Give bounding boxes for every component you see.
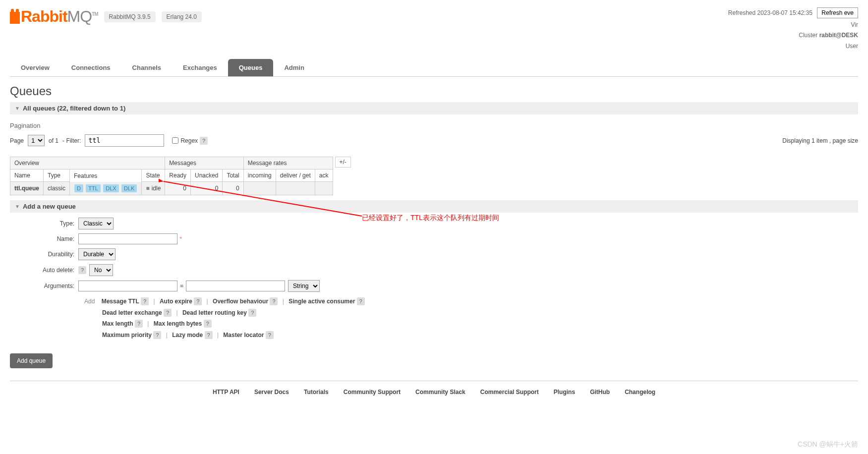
auto-delete-select[interactable]: No — [89, 264, 113, 276]
helper-dlk[interactable]: Dead letter routing key — [182, 309, 247, 316]
footer-plugins[interactable]: Plugins — [554, 389, 575, 396]
feature-dlx: DLX — [103, 184, 118, 192]
logo-area: RabbitMQTM RabbitMQ 3.9.5 Erlang 24.0 — [10, 7, 202, 26]
arguments-label: Arguments: — [20, 283, 74, 289]
helper-single-active[interactable]: Single active consumer — [289, 298, 355, 305]
helper-max-length[interactable]: Max length — [102, 320, 133, 327]
cluster-label: Cluster — [799, 32, 817, 39]
helper-max-bytes[interactable]: Max length bytes — [154, 320, 202, 327]
th-group-rates: Message rates — [243, 157, 333, 170]
cell-type: classic — [44, 182, 70, 195]
th-ready[interactable]: Ready — [165, 170, 191, 182]
help-icon[interactable]: ? — [194, 297, 202, 305]
help-icon[interactable]: ? — [135, 320, 143, 328]
th-total[interactable]: Total — [223, 170, 243, 182]
footer-github[interactable]: GitHub — [590, 389, 610, 396]
auto-delete-label: Auto delete: — [20, 267, 74, 274]
version-rabbitmq: RabbitMQ 3.9.5 — [104, 11, 156, 22]
tab-queues[interactable]: Queues — [228, 59, 274, 76]
add-queue-text: Add a new queue — [23, 203, 76, 210]
help-icon[interactable]: ? — [205, 331, 213, 339]
footer: HTTP API Server Docs Tutorials Community… — [10, 381, 858, 403]
th-features[interactable]: Features — [70, 170, 142, 182]
logo: RabbitMQTM — [10, 7, 98, 26]
tab-exchanges[interactable]: Exchanges — [172, 59, 228, 76]
durability-label: Durability: — [20, 251, 74, 258]
th-type[interactable]: Type — [44, 170, 70, 182]
type-select[interactable]: Classic — [78, 218, 114, 229]
add-queue-button[interactable]: Add queue — [10, 353, 53, 368]
filter-input[interactable] — [85, 134, 164, 147]
help-icon[interactable]: ? — [153, 331, 161, 339]
footer-server-docs[interactable]: Server Docs — [254, 389, 289, 396]
regex-help-icon[interactable]: ? — [200, 137, 208, 145]
helper-lazy-mode[interactable]: Lazy mode — [172, 332, 203, 339]
arg-key-input[interactable] — [78, 281, 177, 291]
equals-sign: = — [180, 283, 183, 289]
th-state[interactable]: State — [142, 170, 165, 182]
refresh-button[interactable]: Refresh eve — [817, 7, 858, 18]
regex-checkbox[interactable] — [172, 137, 178, 144]
tab-overview[interactable]: Overview — [10, 59, 60, 76]
helper-master-locator[interactable]: Master locator — [223, 332, 264, 339]
helper-max-priority[interactable]: Maximum priority — [102, 332, 152, 339]
regex-label: Regex — [180, 137, 198, 144]
required-marker: * — [179, 235, 182, 243]
type-label: Type: — [20, 220, 74, 227]
queues-table: Overview Messages Message rates Name Typ… — [10, 157, 333, 195]
user-label: User — [728, 41, 858, 52]
tab-connections[interactable]: Connections — [60, 59, 121, 76]
feature-d: D — [74, 184, 83, 192]
tab-channels[interactable]: Channels — [121, 59, 173, 76]
helper-message-ttl[interactable]: Message TTL — [102, 298, 139, 305]
plus-minus-button[interactable]: +/- — [335, 157, 351, 168]
helper-dlx[interactable]: Dead letter exchange — [102, 309, 162, 316]
name-input[interactable] — [78, 233, 177, 244]
cell-ready: 0 — [165, 182, 191, 195]
help-icon[interactable]: ? — [248, 309, 256, 317]
footer-community-slack[interactable]: Community Slack — [415, 389, 465, 396]
th-ack[interactable]: ack — [315, 170, 333, 182]
tab-admin[interactable]: Admin — [273, 59, 315, 76]
cluster-value: rabbit@DESK — [819, 32, 858, 39]
footer-tutorials[interactable]: Tutorials — [304, 389, 329, 396]
cell-unacked: 0 — [191, 182, 223, 195]
help-icon[interactable]: ? — [164, 309, 172, 317]
page-select[interactable]: 1 — [28, 135, 45, 146]
all-queues-header[interactable]: ▼ All queues (22, filtered down to 1) — [10, 102, 858, 114]
auto-delete-help-icon[interactable]: ? — [78, 266, 86, 274]
th-unacked[interactable]: Unacked — [191, 170, 223, 182]
table-row: ttl.queue classic D TTL DLX DLK ■idle 0 … — [10, 182, 333, 195]
queue-name-link[interactable]: ttl.queue — [14, 185, 39, 192]
arg-value-input[interactable] — [186, 281, 285, 291]
name-label: Name: — [20, 235, 74, 242]
help-icon[interactable]: ? — [141, 297, 149, 305]
footer-community-support[interactable]: Community Support — [344, 389, 401, 396]
footer-changelog[interactable]: Changelog — [625, 389, 655, 396]
arg-type-select[interactable]: String — [288, 280, 320, 292]
helper-overflow[interactable]: Overflow behaviour — [213, 298, 268, 305]
th-deliver[interactable]: deliver / get — [276, 170, 315, 182]
add-queue-header[interactable]: ▼ Add a new queue — [10, 200, 858, 213]
helper-auto-expire[interactable]: Auto expire — [160, 298, 192, 305]
main-tabs: Overview Connections Channels Exchanges … — [10, 59, 858, 77]
displaying-info: Displaying 1 item , page size — [782, 137, 858, 144]
page-title: Queues — [10, 84, 858, 98]
pagination-label: Pagination — [10, 122, 858, 129]
footer-http-api[interactable]: HTTP API — [213, 389, 239, 396]
footer-commercial-support[interactable]: Commercial Support — [480, 389, 539, 396]
durability-select[interactable]: Durable — [78, 248, 116, 260]
cell-features: D TTL DLX DLK — [70, 182, 142, 195]
help-icon[interactable]: ? — [357, 297, 365, 305]
th-incoming[interactable]: incoming — [243, 170, 276, 182]
help-icon[interactable]: ? — [266, 331, 274, 339]
th-name[interactable]: Name — [10, 170, 44, 182]
top-right-info: Refreshed 2023-08-07 15:42:35 Refresh ev… — [728, 7, 858, 52]
help-icon[interactable]: ? — [204, 320, 212, 328]
cell-state: ■idle — [142, 182, 165, 195]
cell-incoming — [243, 182, 276, 195]
help-icon[interactable]: ? — [270, 297, 278, 305]
logo-tm: TM — [92, 11, 98, 17]
add-label: Add — [84, 298, 95, 305]
cell-deliver — [276, 182, 315, 195]
